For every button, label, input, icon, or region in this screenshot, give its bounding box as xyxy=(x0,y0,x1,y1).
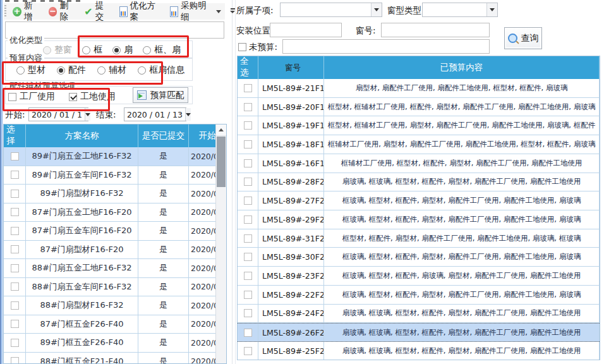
row-checkbox[interactable] xyxy=(244,215,252,224)
plan-table-row[interactable]: 88#门扇五金工地F16-F32是2020/0 xyxy=(4,259,226,278)
chevron-down-icon[interactable] xyxy=(216,10,221,13)
window-row-select-cell xyxy=(238,135,258,154)
checkbox-icon[interactable] xyxy=(69,93,77,101)
usage-options-label: 配件辅材预算选项 xyxy=(8,82,77,90)
budget-match-button[interactable]: 预算匹配 xyxy=(133,87,188,103)
row-checkbox[interactable] xyxy=(244,84,252,92)
window-table-row[interactable]: LM5L-89#-30F28框玻璃, 框型材, 框配件, 扇型材, 扇配件工厂使… xyxy=(238,248,600,267)
plan-name-cell: 88#门扇五金工地F16-F32 xyxy=(26,259,138,277)
row-checkbox[interactable] xyxy=(11,339,19,347)
budget-content-option[interactable]: 框扇信息 xyxy=(138,64,184,76)
row-checkbox[interactable] xyxy=(11,357,19,364)
install-position-input[interactable] xyxy=(270,23,342,37)
query-button[interactable]: 查询 xyxy=(504,27,542,49)
plan-table-row[interactable]: 89#门扇五金车间F16-F32是2020/0 xyxy=(4,166,226,185)
budget-content-option[interactable]: 配件 xyxy=(57,64,86,76)
window-table-row[interactable]: LM5L-89#-29F27框玻璃, 框型材, 框配件, 扇型材, 扇配件工厂使… xyxy=(238,210,600,229)
no-budget-input[interactable] xyxy=(282,39,490,54)
row-checkbox[interactable] xyxy=(244,103,252,111)
usage-checkbox-item[interactable]: 工地使用 xyxy=(69,91,116,102)
radio-icon xyxy=(82,46,90,54)
optimize-type-option[interactable]: 扇 xyxy=(112,44,133,56)
window-table-row[interactable]: LM5L-89#-26F24扇玻璃, 框玻璃, 框型材, 框配件, 扇型材, 扇… xyxy=(238,323,600,342)
belong-sub-combobox[interactable] xyxy=(280,3,382,17)
plan-table-scrollbar[interactable] xyxy=(215,124,226,363)
row-checkbox[interactable] xyxy=(244,272,252,280)
plan-table-row[interactable]: 88#门扇型材F16-F32是2020/0 xyxy=(4,296,226,315)
plan-table-row[interactable]: 89#门扇五金工地F16-F32是2020/0 xyxy=(4,147,226,166)
toolbar-overflow-button[interactable] xyxy=(228,5,237,16)
window-table-row[interactable]: LM5L-89#-25F23扇玻璃, 框玻璃, 框型材, 框配件, 扇型材, 扇… xyxy=(238,342,600,360)
row-checkbox[interactable] xyxy=(11,171,19,179)
plan-table-row[interactable]: 87#门扇型材F16-F20是2020/0 xyxy=(4,241,226,260)
row-checkbox[interactable] xyxy=(244,197,252,205)
delete-button[interactable]: −删除 xyxy=(45,0,80,24)
row-checkbox[interactable] xyxy=(244,234,252,243)
optimize-type-option[interactable]: 框 xyxy=(82,44,102,56)
row-checkbox[interactable] xyxy=(244,309,252,317)
window-table-row[interactable]: LM5L-89#-18F16框辅材工厂使用, 扇型材, 扇配件工厂使用, 扇配件… xyxy=(238,135,600,154)
belong-sub-dropdown-button[interactable] xyxy=(371,3,382,16)
add-button[interactable]: +新增 xyxy=(9,0,44,24)
toolbar-grip[interactable] xyxy=(4,5,6,18)
window-table-row[interactable]: LM5L-89#-31F29框型材, 框配件, 扇型材, 扇配件工厂使用, 扇配… xyxy=(238,229,600,248)
row-checkbox[interactable] xyxy=(11,264,19,272)
window-table-row[interactable]: LM5L-89#-23F21框玻璃, 框型材, 框配件, 扇玻璃, 扇型材, 扇… xyxy=(238,267,600,286)
window-table-row[interactable]: LM5L-89#-19F17框型材, 框辅材工厂使用, 扇型材, 扇配件工厂使用… xyxy=(238,116,600,135)
row-checkbox[interactable] xyxy=(11,320,19,328)
budget-content-option[interactable]: 辅材 xyxy=(97,64,126,76)
scrollbar-up-button[interactable] xyxy=(216,124,226,136)
plan-table-row[interactable]: 89#门扇型材F16-F32是2020/0 xyxy=(4,185,226,203)
start-date-dropdown-button[interactable] xyxy=(85,108,90,121)
window-table-row[interactable]: LM5L-89#-16F15框辅材工厂使用, 框型材, 框配件, 扇型材, 扇配… xyxy=(238,154,600,173)
row-checkbox[interactable] xyxy=(11,301,19,310)
row-checkbox[interactable] xyxy=(244,291,252,299)
budgeted-content-cell: 扇玻璃, 框玻璃, 框型材, 框配件, 扇型材, 扇配件工厂使用, 扇配件工地使… xyxy=(324,324,600,341)
window-table-row[interactable]: LM5L-89#-27F25框玻璃, 框型材, 框配件, 扇型材, 扇配件工厂使… xyxy=(238,191,600,210)
window-number-input[interactable] xyxy=(381,23,490,37)
optimize-type-option-label: 整窗 xyxy=(54,44,72,56)
window-type-combobox[interactable] xyxy=(422,3,498,17)
row-checkbox[interactable] xyxy=(11,245,19,253)
no-budget-label: 未预算: xyxy=(249,42,277,53)
plan-table-row[interactable]: 88#门框五金F21-F40是2020/0 xyxy=(4,353,226,364)
row-checkbox[interactable] xyxy=(244,121,252,130)
plan-table-row[interactable]: 88#门扇五金车间F16-F32是2020/0 xyxy=(4,278,226,297)
end-date-picker[interactable]: 2020 / 01 / 13 xyxy=(124,107,186,121)
match-table-icon xyxy=(137,90,147,100)
window-number-cell: LM5L-89#-31F29 xyxy=(258,229,324,248)
window-type-dropdown-button[interactable] xyxy=(486,3,497,16)
purchase-detail-button[interactable]: 采购明细 xyxy=(166,0,225,24)
window-table-row[interactable]: LM5L-89#-20F18框型材, 框辅材工厂使用, 框配件, 扇型材, 扇配… xyxy=(238,98,600,117)
usage-checkbox-item[interactable]: 工厂使用 xyxy=(8,91,55,102)
row-checkbox[interactable] xyxy=(11,227,19,235)
row-checkbox[interactable] xyxy=(244,178,252,186)
submit-button[interactable]: ✔提交 xyxy=(80,0,114,24)
start-date-picker[interactable]: 2020 / 01 / 1 xyxy=(28,107,88,121)
window-table-row[interactable]: LM5L-89#-24F22扇玻璃, 框玻璃, 框型材, 框配件, 扇型材, 扇… xyxy=(238,305,600,324)
row-checkbox[interactable] xyxy=(244,159,252,167)
radio-icon xyxy=(57,66,65,75)
row-checkbox[interactable] xyxy=(244,140,252,149)
scrollbar-thumb[interactable] xyxy=(217,136,226,187)
window-table-row[interactable]: LM5L-89#-28F26扇玻璃, 框玻璃, 框型材, 框配件, 扇型材, 扇… xyxy=(238,173,600,192)
optimize-type-option[interactable]: 框、扇 xyxy=(143,44,181,56)
row-checkbox[interactable] xyxy=(11,152,19,161)
row-checkbox[interactable] xyxy=(244,347,252,355)
row-checkbox[interactable] xyxy=(244,329,252,337)
plan-table-row[interactable]: 87#门扇五金工地F16-F20是2020/0 xyxy=(4,203,226,222)
budget-content-option[interactable]: 型材 xyxy=(16,64,45,76)
row-checkbox[interactable] xyxy=(244,253,252,261)
window-table-row[interactable]: LM5L-89#-21F19扇型材, 扇配件工厂使用, 扇配件工地使用, 框型材… xyxy=(238,79,600,98)
row-checkbox[interactable] xyxy=(11,282,19,291)
checkbox-icon[interactable] xyxy=(8,93,16,101)
end-date-dropdown-button[interactable] xyxy=(185,108,191,121)
optimize-plan-button[interactable]: 优化方案 xyxy=(116,0,166,24)
plan-table-row[interactable]: 89#门框五金F26-F40是2020/0 xyxy=(4,334,226,353)
window-table-row[interactable]: LM5L-89#-22F20框玻璃, 框型材, 框配件, 扇型材, 扇配件工厂使… xyxy=(238,286,600,305)
row-checkbox[interactable] xyxy=(11,190,19,198)
row-checkbox[interactable] xyxy=(11,208,19,216)
plan-table-row[interactable]: 87#门框五金F26-F40是2020/0 xyxy=(4,315,226,334)
no-budget-checkbox[interactable] xyxy=(238,43,246,51)
plan-table-row[interactable]: 87#门扇五金车间F16-F20是2020/0 xyxy=(4,222,226,241)
